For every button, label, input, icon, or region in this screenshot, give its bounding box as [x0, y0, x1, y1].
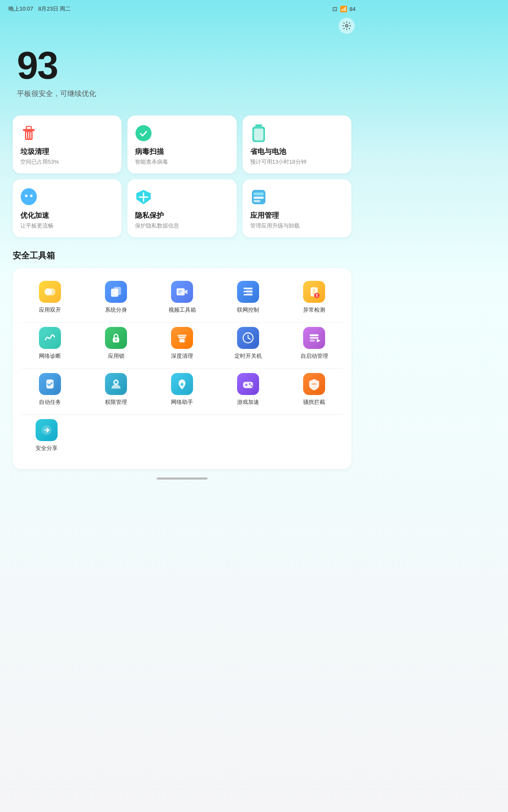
autotask-label: 自动任务 — [39, 398, 61, 406]
svg-point-22 — [48, 288, 55, 295]
svg-rect-33 — [246, 293, 253, 294]
svg-line-48 — [248, 338, 250, 339]
svg-rect-18 — [254, 192, 264, 195]
netdiag-icon — [39, 327, 61, 349]
tool-netdiag[interactable]: 网络诊断 — [29, 327, 71, 360]
clone-icon — [105, 281, 127, 303]
cards-row-1: 垃圾清理 空间已占用53% 病毒扫描 智能查杀病毒 — [13, 115, 351, 173]
autostart-icon — [303, 327, 325, 349]
tool-permission[interactable]: 权限管理 — [95, 373, 137, 406]
video-label: 视频工具箱 — [168, 306, 196, 314]
tool-anomaly[interactable]: 异常检测 — [293, 281, 335, 314]
svg-rect-29 — [243, 288, 252, 289]
block-icon-svg — [308, 378, 320, 390]
battery-percent: 84 — [350, 6, 356, 12]
toolbox-section: 安全工具箱 应用双开 系统分身 — [0, 237, 364, 469]
security-score: 93 — [17, 47, 347, 85]
tool-timer[interactable]: 定时开关机 — [227, 327, 269, 360]
toolbox-row-2: 网络诊断 应用锁 — [17, 323, 347, 364]
svg-rect-43 — [178, 337, 185, 338]
svg-point-57 — [181, 383, 183, 386]
gameacc-label: 游戏加速 — [237, 398, 259, 406]
gameacc-icon-svg — [242, 378, 254, 390]
battery-icon-container — [250, 125, 267, 142]
network-icon-svg — [242, 285, 254, 298]
tool-network[interactable]: 联网控制 — [227, 281, 269, 314]
status-bar: 晚上10:07 8月23日 周二 ⊡ 📶 84 — [0, 0, 364, 16]
toolbox-row-3: 自动任务 权限管理 网 — [17, 369, 347, 410]
autotask-icon — [39, 373, 61, 395]
tool-gameacc[interactable]: 游戏加速 — [227, 373, 269, 406]
netassist-icon-svg — [176, 378, 188, 390]
tool-clone[interactable]: 系统分身 — [95, 281, 137, 314]
virus-subtitle: 智能查杀病毒 — [135, 158, 229, 166]
tool-autostart[interactable]: 自启动管理 — [293, 327, 335, 360]
time-text: 晚上10:07 — [8, 5, 33, 12]
applock-label: 应用锁 — [108, 352, 124, 360]
autostart-label: 自启动管理 — [301, 352, 328, 360]
card-trash[interactable]: 垃圾清理 空间已占用53% — [13, 115, 121, 173]
svg-point-62 — [251, 385, 252, 387]
battery-title: 省电与电池 — [250, 147, 344, 156]
permission-label: 权限管理 — [105, 398, 127, 406]
card-appmanage[interactable]: 应用管理 管理应用升级与卸载 — [243, 179, 351, 237]
svg-rect-45 — [179, 339, 185, 343]
trash-title: 垃圾清理 — [20, 147, 114, 156]
toolbox-container: 应用双开 系统分身 — [13, 268, 351, 469]
optimize-icon — [21, 188, 37, 206]
tool-share[interactable]: 安全分享 — [25, 419, 68, 452]
optimize-subtitle: 让平板更流畅 — [20, 222, 114, 230]
svg-rect-25 — [177, 288, 185, 295]
share-icon — [36, 419, 58, 441]
svg-rect-10 — [254, 129, 263, 140]
video-icon-svg — [176, 285, 188, 298]
tool-block[interactable]: 骚扰拦截 — [293, 373, 335, 406]
clone-label: 系统分身 — [105, 306, 127, 314]
netdiag-icon-svg — [44, 332, 56, 344]
virus-icon-container — [135, 125, 152, 142]
tool-netassist[interactable]: 网络助手 — [161, 373, 203, 406]
dual-label: 应用双开 — [39, 306, 61, 314]
appmanage-title: 应用管理 — [250, 211, 344, 220]
applock-icon-svg — [110, 332, 122, 344]
autotask-icon-svg — [44, 378, 56, 390]
toolbox-title: 安全工具箱 — [13, 250, 351, 261]
timer-label: 定时开关机 — [235, 352, 262, 360]
feature-cards: 垃圾清理 空间已占用53% 病毒扫描 智能查杀病毒 — [0, 107, 364, 237]
anomaly-label: 异常检测 — [303, 306, 325, 314]
clone-icon-svg — [110, 285, 122, 298]
svg-rect-32 — [246, 290, 253, 291]
svg-point-11 — [21, 188, 37, 205]
timer-icon-svg — [242, 332, 254, 344]
appmanage-icon — [251, 189, 266, 205]
tool-autotask[interactable]: 自动任务 — [29, 373, 71, 406]
card-privacy[interactable]: 隐私保护 保护隐私数据信息 — [127, 179, 236, 237]
anomaly-icon-svg — [308, 285, 320, 298]
share-icon-svg — [40, 424, 53, 436]
card-virus[interactable]: 病毒扫描 智能查杀病毒 — [127, 115, 236, 173]
svg-point-12 — [25, 195, 28, 197]
svg-point-13 — [30, 195, 33, 197]
share-label: 安全分享 — [36, 444, 58, 452]
card-battery[interactable]: 省电与电池 预计可用13小时18分钟 — [243, 115, 351, 173]
svg-rect-52 — [309, 340, 315, 341]
card-optimize[interactable]: 优化加速 让平板更流畅 — [13, 179, 121, 237]
svg-marker-26 — [185, 290, 187, 294]
screen-icon: ⊡ — [332, 5, 337, 12]
tool-video[interactable]: 视频工具箱 — [161, 281, 203, 314]
svg-rect-19 — [254, 197, 264, 199]
tool-deepclean[interactable]: 深度清理 — [161, 327, 203, 360]
tool-applock[interactable]: 应用锁 — [95, 327, 137, 360]
optimize-icon-container — [20, 189, 37, 206]
appmanage-subtitle: 管理应用升级与卸载 — [250, 222, 344, 230]
netassist-icon — [171, 373, 193, 395]
svg-point-40 — [316, 296, 317, 297]
deepclean-icon — [171, 327, 193, 349]
battery-icon — [252, 124, 265, 142]
netassist-label: 网络助手 — [171, 398, 193, 406]
video-icon — [171, 281, 193, 303]
svg-rect-3 — [26, 126, 31, 129]
settings-button[interactable] — [339, 18, 355, 34]
tool-dual[interactable]: 应用双开 — [29, 281, 71, 314]
svg-rect-24 — [114, 287, 121, 295]
